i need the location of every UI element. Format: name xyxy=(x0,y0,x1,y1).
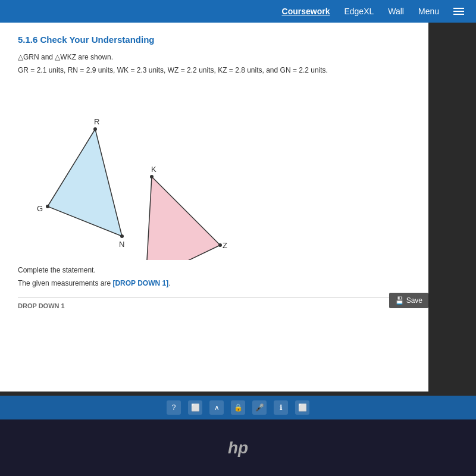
intro-line1: △GRN and △WKZ are shown. xyxy=(18,52,411,62)
label-K: K xyxy=(151,165,156,174)
taskbar-help-icon[interactable]: ? xyxy=(167,400,181,415)
taskbar-window-icon[interactable]: ⬜ xyxy=(188,400,202,415)
hp-logo: hp xyxy=(228,439,248,458)
triangle-grn xyxy=(48,129,122,236)
triangles-svg: R G N K Z W xyxy=(18,82,256,260)
divider xyxy=(18,297,411,298)
taskbar-info-icon[interactable]: ℹ xyxy=(274,400,288,415)
bottom-area: hp xyxy=(0,419,476,476)
complete-label: Complete the statement. xyxy=(18,266,411,274)
diagram-area: R G N K Z W xyxy=(18,82,411,260)
taskbar-lock-icon[interactable]: 🔒 xyxy=(231,400,245,415)
taskbar-display-icon[interactable]: ⬜ xyxy=(295,400,309,415)
vertex-K xyxy=(150,175,154,178)
label-N: N xyxy=(119,240,124,249)
label-R: R xyxy=(94,117,99,126)
nav-bar: Coursework EdgeXL Wall Menu xyxy=(0,0,476,23)
label-Z: Z xyxy=(223,241,227,250)
save-button[interactable]: 💾 Save xyxy=(389,293,428,308)
nav-menu[interactable]: Menu xyxy=(418,7,439,16)
dropdown-label: DROP DOWN 1 xyxy=(18,302,411,309)
vertex-N xyxy=(120,234,124,238)
statement-text: The given measurements are [DROP DOWN 1]… xyxy=(18,279,411,287)
vertex-G xyxy=(46,205,49,208)
section-title: 5.1.6 Check Your Understanding xyxy=(18,35,411,45)
label-G: G xyxy=(37,204,43,213)
taskbar: ? ⬜ ∧ 🔒 🎤 ℹ ⬜ xyxy=(0,396,476,419)
vertex-Z xyxy=(218,243,222,247)
dropdown-placeholder: [DROP DOWN 1] xyxy=(112,279,168,287)
nav-edgexl[interactable]: EdgeXL xyxy=(344,7,374,16)
complete-section: Complete the statement. The given measur… xyxy=(18,266,411,287)
hamburger-icon[interactable] xyxy=(453,8,464,15)
triangle-wkz xyxy=(146,177,220,260)
nav-wall[interactable]: Wall xyxy=(388,7,404,16)
taskbar-mic-icon[interactable]: 🎤 xyxy=(252,400,267,415)
save-icon: 💾 xyxy=(395,296,404,305)
save-label: Save xyxy=(406,296,422,305)
vertex-R xyxy=(93,127,97,131)
taskbar-chevron-icon[interactable]: ∧ xyxy=(209,400,224,415)
intro-line2: GR = 2.1 units, RN = 2.9 units, WK = 2.3… xyxy=(18,65,411,76)
nav-coursework[interactable]: Coursework xyxy=(282,7,330,16)
content-area: 5.1.6 Check Your Understanding △GRN and … xyxy=(0,23,428,392)
